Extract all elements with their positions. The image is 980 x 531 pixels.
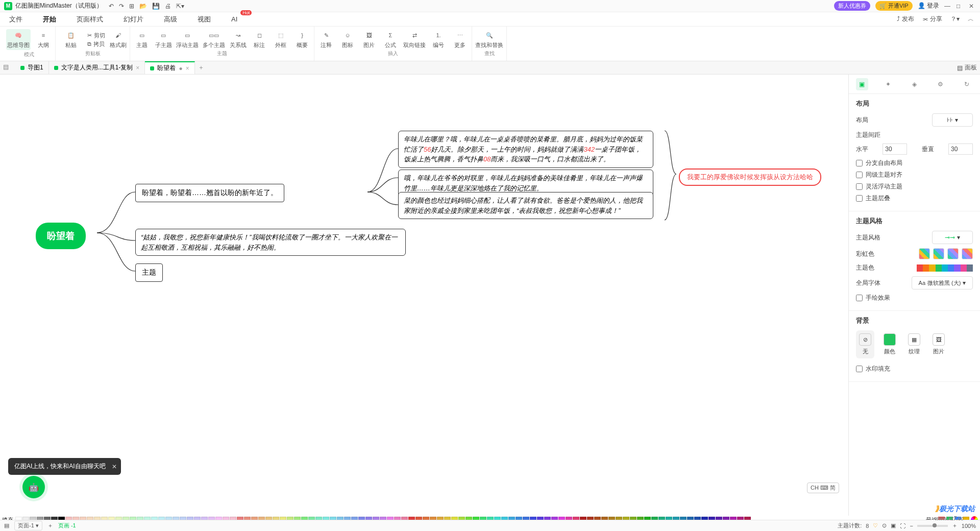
publish-link[interactable]: ⤴ 发布 bbox=[897, 15, 914, 23]
callout-button[interactable]: ◻标注 bbox=[251, 30, 268, 49]
toast-close-icon[interactable]: ✕ bbox=[112, 463, 117, 470]
zoom-out-icon[interactable]: − bbox=[910, 523, 913, 529]
menu-advanced[interactable]: 高级 bbox=[161, 13, 180, 26]
boundary-button[interactable]: ⬚外框 bbox=[272, 30, 289, 49]
open-icon[interactable]: 📂 bbox=[139, 3, 147, 10]
branch-node-2[interactable]: “姑姑，我敬您，祝您新年健康快乐！”我喝饮料轮流敬了一圈才坐下。一大家人欢聚在一… bbox=[135, 229, 406, 256]
icon-button[interactable]: ☺图标 bbox=[339, 30, 356, 49]
float-topic-button[interactable]: ▭浮动主题 bbox=[176, 30, 199, 49]
bg-texture[interactable]: ▦纹理 bbox=[905, 330, 923, 358]
paste-button[interactable]: 📋粘贴 bbox=[59, 30, 83, 49]
number-button[interactable]: 1.编号 bbox=[430, 30, 447, 49]
minimize-icon[interactable]: — bbox=[944, 3, 951, 10]
hyperlink-button[interactable]: ⇄双向链接 bbox=[403, 30, 426, 49]
share-link[interactable]: ⫘ 分享 bbox=[922, 15, 942, 23]
mode-outline-button[interactable]: ≡大纲 bbox=[35, 30, 52, 49]
topic-button[interactable]: ▭主题 bbox=[133, 30, 151, 49]
font-select[interactable]: Aa 微软雅黑 (大) ▾ bbox=[912, 276, 973, 289]
menu-page[interactable]: 页面样式 bbox=[74, 13, 106, 26]
collapse-checkbox[interactable]: 主题层叠 bbox=[856, 194, 973, 203]
branch-node-1[interactable]: 盼望着，盼望着……翘首以盼的新年近了。 bbox=[135, 184, 284, 202]
handdrawn-checkbox[interactable]: 手绘效果 bbox=[856, 294, 973, 302]
copy-button[interactable]: ⧉ 拷贝 bbox=[87, 40, 105, 48]
rainbow-swatch[interactable] bbox=[919, 248, 930, 259]
image-button[interactable]: 🖼图片 bbox=[360, 30, 378, 49]
menu-file[interactable]: 文件 bbox=[6, 13, 26, 26]
page-select[interactable]: 页面-1 ▾ bbox=[14, 521, 42, 530]
close-icon[interactable]: ✕ bbox=[969, 3, 976, 10]
rainbow-swatch[interactable] bbox=[947, 248, 959, 259]
panel-tab-settings-icon[interactable]: ⚙ bbox=[935, 78, 947, 90]
doctab-0[interactable]: 导图1 bbox=[15, 61, 49, 74]
find-replace-button[interactable]: 🔍查找和替换 bbox=[475, 30, 503, 49]
subtopic-button[interactable]: ▭子主题 bbox=[155, 30, 172, 49]
panel-tab-history-icon[interactable]: ↻ bbox=[961, 78, 973, 90]
panel-tab-style-icon[interactable]: ✦ bbox=[882, 78, 894, 90]
menu-view[interactable]: 视图 bbox=[194, 13, 214, 26]
doctab-2[interactable]: 盼望着●× bbox=[145, 61, 194, 74]
mode-mindmap-button[interactable]: 🧠思维导图 bbox=[6, 29, 31, 50]
zoom-in-icon[interactable]: ＋ bbox=[952, 522, 958, 529]
add-tab-icon[interactable]: ＋ bbox=[198, 63, 204, 72]
add-page-icon[interactable]: ＋ bbox=[47, 522, 53, 529]
rainbow-swatch[interactable] bbox=[962, 248, 973, 259]
redo-icon[interactable]: ↷ bbox=[119, 3, 124, 10]
comment-button[interactable]: ✎注释 bbox=[317, 30, 335, 49]
watermark-checkbox[interactable]: 水印填充 bbox=[856, 365, 973, 373]
h-spacing-input[interactable]: 30 bbox=[883, 143, 907, 155]
undo-icon[interactable]: ↶ bbox=[109, 3, 114, 10]
login-link[interactable]: 👤 登录 bbox=[918, 2, 939, 10]
note-node-3[interactable]: 菜的颜色也经过妈妈细心搭配，让人看了就有食欲。爸爸是个爱热闹的人，他把我家附近的… bbox=[398, 192, 653, 219]
center-icon[interactable]: ⊙ bbox=[882, 522, 887, 529]
fullscreen-icon[interactable]: ⛶ bbox=[900, 523, 905, 529]
format-painter-button[interactable]: 🖌格式刷 bbox=[109, 30, 127, 49]
note-node-1[interactable]: 年味儿在哪里？哦，年味儿在一桌桌香喷喷的菜肴里。腊月底，妈妈为过年的饭菜忙活了5… bbox=[398, 131, 653, 168]
ai-fab[interactable]: 🤖 bbox=[22, 476, 45, 498]
v-spacing-input[interactable]: 30 bbox=[948, 143, 973, 155]
close-tab-icon[interactable]: × bbox=[136, 64, 139, 71]
close-tab-icon[interactable]: × bbox=[186, 65, 189, 72]
fit-icon[interactable]: ▣ bbox=[891, 522, 896, 529]
cut-button[interactable]: ✂ 剪切 bbox=[87, 32, 105, 39]
float-checkbox[interactable]: 灵活浮动主题 bbox=[856, 182, 973, 191]
bg-image[interactable]: 🖼图片 bbox=[929, 330, 948, 358]
bg-color[interactable]: 颜色 bbox=[880, 330, 899, 358]
summary-button[interactable]: }概要 bbox=[293, 30, 311, 49]
coupon-badge[interactable]: 新人优惠券 bbox=[834, 1, 870, 11]
menu-ai[interactable]: AIHot bbox=[228, 13, 240, 25]
summary-node[interactable]: 我要工的厚爱佛诶时候发挥孩从设方法哈哈 bbox=[679, 168, 821, 186]
themecolor-strip[interactable] bbox=[917, 264, 973, 272]
page-list-icon[interactable]: ▤ bbox=[4, 522, 9, 529]
root-node[interactable]: 盼望着 bbox=[36, 223, 86, 249]
menu-start[interactable]: 开始 bbox=[40, 13, 59, 26]
zoom-slider[interactable] bbox=[917, 525, 948, 527]
save-icon[interactable]: 💾 bbox=[152, 3, 160, 10]
relation-button[interactable]: ↝关系线 bbox=[229, 30, 247, 49]
help-icon[interactable]: ？▾ bbox=[950, 15, 960, 23]
style-select[interactable]: ⊸⊸ ▾ bbox=[932, 231, 973, 244]
multi-topic-button[interactable]: ▭▭多个主题 bbox=[203, 30, 225, 49]
panel-tab-layout-icon[interactable]: ▣ bbox=[856, 78, 868, 90]
vip-badge[interactable]: 🛒 开通VIP bbox=[875, 1, 913, 11]
collapse-ribbon-icon[interactable]: ︿ bbox=[968, 15, 974, 23]
canvas[interactable]: 盼望着 盼望着，盼望着……翘首以盼的新年近了。 年味儿在哪里？哦，年味儿在一桌桌… bbox=[0, 75, 848, 516]
more-button[interactable]: ⋯更多 bbox=[451, 30, 469, 49]
maximize-icon[interactable]: □ bbox=[957, 3, 964, 10]
formula-button[interactable]: Σ公式 bbox=[382, 30, 399, 49]
layout-select[interactable]: ⊦⊦ ▾ bbox=[932, 113, 973, 127]
export-icon[interactable]: ⇱▾ bbox=[176, 3, 184, 10]
print-icon[interactable]: 🖨 bbox=[165, 3, 171, 10]
rainbow-swatch[interactable] bbox=[933, 248, 944, 259]
doctab-1[interactable]: 文字是人类用...工具1-复制× bbox=[49, 61, 145, 74]
free-layout-checkbox[interactable]: 分支自由布局 bbox=[856, 159, 973, 167]
branch-node-3[interactable]: 主题 bbox=[135, 263, 163, 282]
align-checkbox[interactable]: 同级主题对齐 bbox=[856, 171, 973, 179]
ime-badge[interactable]: CH ⌨ 简 bbox=[807, 482, 839, 493]
new-icon[interactable]: ⊞ bbox=[129, 3, 134, 10]
menu-slide[interactable]: 幻灯片 bbox=[120, 13, 146, 26]
bg-none[interactable]: ⊘无 bbox=[856, 330, 874, 358]
panel-tab-tag-icon[interactable]: ◈ bbox=[908, 78, 920, 90]
page-name[interactable]: 页画 -1 bbox=[58, 522, 76, 529]
panel-toggle[interactable]: ▤ 面板 bbox=[957, 63, 977, 72]
tab-list-icon[interactable]: ▤ bbox=[3, 63, 12, 73]
